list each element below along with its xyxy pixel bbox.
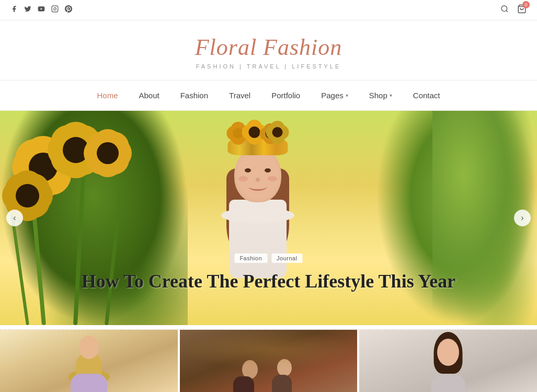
nav-fashion[interactable]: Fashion xyxy=(170,89,219,102)
hero-tag-journal[interactable]: Journal xyxy=(271,253,303,263)
nav-portfolio[interactable]: Portfolio xyxy=(261,89,311,102)
site-header: Floral Fashion FASHION | TRAVEL | LIFEST… xyxy=(0,20,537,80)
top-bar: 0 xyxy=(0,0,537,20)
hero-person xyxy=(205,132,310,325)
nav-pages[interactable]: Pages ▾ xyxy=(311,89,359,102)
cart-button[interactable]: 0 xyxy=(517,4,527,16)
chevron-down-icon: ▾ xyxy=(390,93,392,98)
chevron-down-icon: ▾ xyxy=(346,93,348,98)
site-tagline: FASHION | TRAVEL | LIFESTYLE xyxy=(10,63,527,70)
search-button[interactable] xyxy=(500,5,509,15)
hero-tag-fashion[interactable]: Fashion xyxy=(234,253,267,263)
hero-slider: ‹ › Fashion Journal How To Create The Pe… xyxy=(0,111,537,325)
main-navigation: Home About Fashion Travel Portfolio Page… xyxy=(0,80,537,111)
hero-content: Fashion Journal How To Create The Perfec… xyxy=(0,253,537,294)
youtube-icon[interactable] xyxy=(38,5,45,15)
hero-next-button[interactable]: › xyxy=(514,210,531,226)
nav-travel[interactable]: Travel xyxy=(219,89,261,102)
social-icons xyxy=(10,5,72,15)
instagram-icon[interactable] xyxy=(51,5,59,15)
thumbnails-row xyxy=(0,329,537,392)
twitter-icon[interactable] xyxy=(24,5,31,15)
pinterest-icon[interactable] xyxy=(65,5,72,15)
top-right-icons: 0 xyxy=(500,4,527,16)
nav-home[interactable]: Home xyxy=(86,89,128,102)
facebook-icon[interactable] xyxy=(10,5,18,15)
svg-point-3 xyxy=(501,6,507,11)
nav-contact[interactable]: Contact xyxy=(403,89,451,102)
thumbnail-2[interactable] xyxy=(180,330,360,392)
hero-title: How To Create The Perfect Lifestyle This… xyxy=(0,269,537,294)
thumbnail-3[interactable] xyxy=(359,330,537,392)
site-title: Floral Fashion xyxy=(10,36,527,59)
svg-rect-1 xyxy=(52,6,58,12)
hero-prev-button[interactable]: ‹ xyxy=(6,210,23,226)
svg-line-4 xyxy=(506,10,508,12)
nav-shop[interactable]: Shop ▾ xyxy=(359,89,403,102)
cart-badge: 0 xyxy=(522,1,530,8)
thumbnail-1[interactable] xyxy=(0,330,180,392)
nav-about[interactable]: About xyxy=(128,89,169,102)
hero-tags: Fashion Journal xyxy=(0,253,537,263)
